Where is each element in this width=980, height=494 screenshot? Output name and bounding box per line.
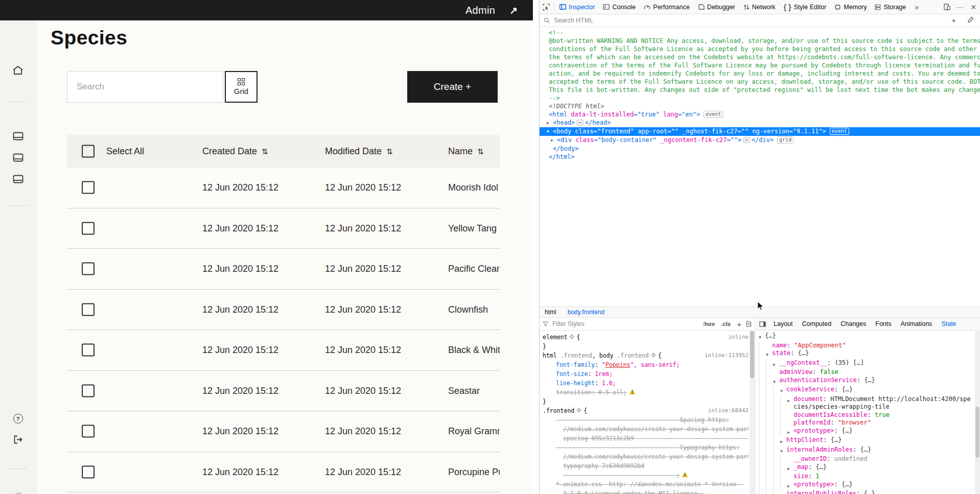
markup-line[interactable]: ▶<head>⋯</head>: [540, 119, 980, 127]
tab-changes[interactable]: Changes: [836, 320, 871, 327]
tab-debugger[interactable]: Debugger: [694, 0, 739, 14]
state-row[interactable]: ▶document: HTMLDocument http://localhost…: [759, 395, 974, 411]
help-icon[interactable]: ?: [0, 414, 36, 424]
state-scrollbar[interactable]: [975, 330, 980, 494]
row-checkbox[interactable]: [82, 222, 95, 234]
home-icon[interactable]: [0, 65, 36, 76]
tab-performance[interactable]: Performance: [640, 0, 694, 14]
filter-styles-input[interactable]: [551, 320, 698, 328]
css-declaration[interactable]: font-size: 1rem;: [543, 369, 749, 379]
table-row[interactable]: 12 Jun 2020 15:1212 Jun 2020 15:12Mooris…: [67, 168, 500, 208]
row-checkbox[interactable]: [82, 465, 95, 478]
stylesheet-source-link[interactable]: inline: [728, 333, 749, 342]
class-toggle[interactable]: .cls: [719, 321, 732, 327]
state-row[interactable]: ▶__ngContext__: (35) […]: [759, 359, 974, 369]
grid-badge[interactable]: grid: [777, 136, 794, 144]
expand-arrow[interactable]: ▶: [787, 427, 794, 437]
collapsed-ellipsis-badge[interactable]: ⋯: [576, 120, 583, 126]
expand-arrow[interactable]: ▶: [780, 436, 786, 446]
book-icon[interactable]: [0, 175, 36, 183]
font-family-link[interactable]: Poppins: [605, 361, 630, 368]
more-tools-chevron-icon[interactable]: »: [910, 0, 923, 14]
state-row[interactable]: ▼cookieService: {…}: [759, 386, 974, 395]
tab-memory[interactable]: Memory: [830, 0, 871, 14]
sort-icon[interactable]: ⇅: [262, 147, 268, 156]
css-declaration[interactable]: line-height: 1.6;: [543, 379, 749, 388]
state-row[interactable]: ▶internalPublicRoles: {…}: [759, 490, 974, 494]
state-row[interactable]: ▼internalAdminRoles: {…}: [759, 446, 974, 456]
expand-arrow[interactable]: ▶: [773, 359, 779, 369]
table-row[interactable]: 12 Jun 2020 15:1212 Jun 2020 15:12Royal …: [67, 411, 500, 452]
sidebar-toggle-icon[interactable]: [756, 321, 769, 327]
tab-style-editor[interactable]: { } Style Editor: [780, 0, 831, 14]
print-simulation-icon[interactable]: [746, 321, 752, 327]
settings-icon[interactable]: [567, 333, 576, 342]
table-row[interactable]: 12 Jun 2020 15:1212 Jun 2020 15:12Yellow…: [67, 208, 500, 249]
rules-scrollbar[interactable]: [750, 330, 755, 494]
responsive-design-icon[interactable]: [940, 0, 953, 14]
tab-fonts[interactable]: Fonts: [871, 320, 896, 327]
table-row[interactable]: 12 Jun 2020 15:1212 Jun 2020 15:12Black …: [67, 330, 500, 371]
row-checkbox[interactable]: [82, 425, 95, 438]
row-checkbox[interactable]: [82, 344, 95, 357]
pseudo-class-toggle[interactable]: :hov: [701, 321, 716, 327]
state-row[interactable]: ▼{…}: [759, 332, 974, 342]
expand-arrow[interactable]: ▶: [787, 395, 794, 405]
state-row[interactable]: ▶<prototype>: {…}: [759, 481, 974, 490]
select-all-checkbox[interactable]: [82, 145, 95, 158]
tab-layout[interactable]: Layout: [769, 320, 798, 327]
expand-arrow[interactable]: ▶: [787, 463, 794, 473]
add-rule-button[interactable]: +: [735, 320, 743, 328]
expand-arrow[interactable]: ▼: [547, 128, 553, 136]
sort-icon[interactable]: ⇅: [386, 147, 393, 156]
row-checkbox[interactable]: [82, 384, 95, 397]
event-badge[interactable]: event: [830, 128, 849, 135]
tab-animations[interactable]: Animations: [896, 320, 937, 327]
expand-arrow[interactable]: ▼: [766, 349, 772, 359]
expand-arrow[interactable]: ▼: [759, 332, 765, 342]
search-html-input[interactable]: [553, 16, 944, 25]
markup-line[interactable]: ▶<div class="body-container" _ngcontent-…: [540, 136, 980, 145]
search-input[interactable]: [67, 72, 241, 102]
expand-arrow[interactable]: ▼: [780, 446, 786, 456]
markup-line[interactable]: accepted the terms of the Full Software …: [540, 78, 980, 86]
state-row[interactable]: name: "AppComponent": [759, 342, 974, 350]
tab-state[interactable]: State: [937, 320, 961, 327]
breadcrumb-item-html[interactable]: html: [545, 309, 556, 316]
table-row[interactable]: 12 Jun 2020 15:1212 Jun 2020 15:12Seasta…: [67, 371, 500, 412]
logout-icon[interactable]: [0, 435, 36, 444]
devtools-close-icon[interactable]: ✕: [967, 0, 980, 14]
markup-line[interactable]: the terms of which can be accessed on th…: [540, 53, 980, 61]
create-button[interactable]: Create +: [407, 71, 498, 103]
stylesheet-source-link[interactable]: inline:68442: [708, 406, 749, 415]
devtools-menu-icon[interactable]: ⋯: [953, 0, 967, 14]
stylesheet-source-link[interactable]: inline:113952: [705, 351, 749, 360]
tab-console[interactable]: Console: [599, 0, 640, 14]
state-row[interactable]: platformId: "browser": [759, 419, 974, 427]
book-icon[interactable]: [0, 153, 36, 162]
state-row[interactable]: ▼state: {…}: [759, 349, 974, 359]
markup-line[interactable]: <!DOCTYPE html>: [540, 102, 980, 110]
css-declaration[interactable]: transition: 0.5 all;: [543, 388, 749, 397]
expand-arrow[interactable]: ▶: [780, 490, 786, 494]
tab-inspector[interactable]: Inspector: [555, 0, 599, 14]
markup-line[interactable]: <html data-lt-installed="true" lang="en"…: [540, 110, 980, 119]
tab-computed[interactable]: Computed: [798, 320, 836, 327]
expand-arrow[interactable]: ▼: [773, 377, 779, 386]
expand-arrow[interactable]: ▶: [787, 481, 794, 490]
markup-line[interactable]: -->: [540, 94, 980, 102]
markup-line[interactable]: ▼<body class="frontend" app-root="" _ngh…: [540, 127, 980, 136]
row-checkbox[interactable]: [82, 263, 95, 275]
collapsed-ellipsis-badge[interactable]: ⋯: [743, 137, 750, 143]
eyedropper-icon[interactable]: [963, 16, 976, 25]
settings-icon[interactable]: [649, 351, 658, 360]
expand-arrow[interactable]: ▶: [551, 136, 557, 145]
book-icon[interactable]: [0, 132, 36, 140]
state-row[interactable]: adminView: false: [759, 368, 974, 377]
grid-view-button[interactable]: Grid: [225, 71, 258, 103]
markup-line[interactable]: <!--: [540, 29, 980, 37]
expand-arrow[interactable]: ▼: [780, 386, 786, 395]
pick-element-icon[interactable]: [540, 0, 553, 14]
markup-line[interactable]: action, and be required to indemnify Cod…: [540, 69, 980, 78]
breadcrumb-item-body[interactable]: body.frontend: [568, 309, 605, 316]
